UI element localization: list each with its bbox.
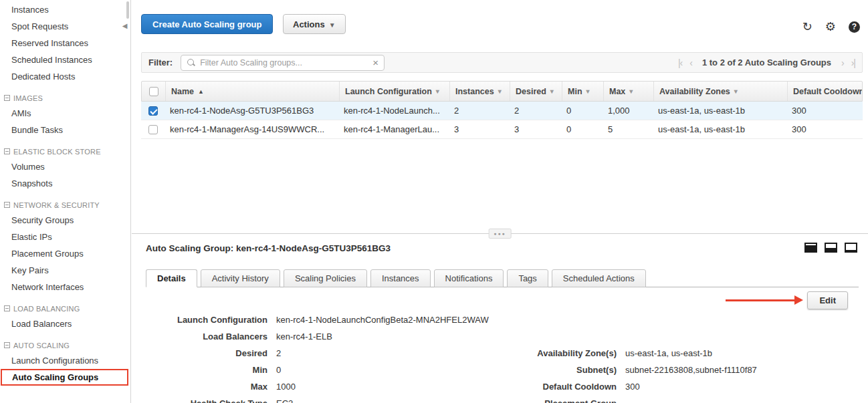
edit-button[interactable]: Edit [807,291,848,309]
sidebar-item[interactable]: Security Groups [0,212,130,229]
detail-tab[interactable]: Tags [507,269,548,287]
row-select-cell [141,102,165,120]
sidebar-item-label: AMIs [11,108,31,118]
first-page-icon[interactable]: |‹ [678,57,682,68]
last-page-icon[interactable]: ›| [851,57,855,68]
sidebar-item[interactable]: Elastic IPs [0,229,130,245]
sidebar-item-label: Security Groups [11,215,74,225]
sidebar-item[interactable]: Dedicated Hosts [0,68,130,85]
sidebar-item[interactable]: Auto Scaling Groups [1,369,128,386]
column-header-label: Launch Configuration [345,87,432,96]
sidebar-item[interactable]: IMAGES [0,91,130,105]
panel-layout-split-icon[interactable] [825,243,837,253]
pagination: |‹ ‹ 1 to 2 of 2 Auto Scaling Groups › ›… [678,57,855,68]
field-value: 0 [267,365,281,375]
column-header[interactable]: Default Cooldown [787,82,862,101]
sidebar-item[interactable]: Bundle Tasks [0,122,130,138]
sidebar-item[interactable]: Key Pairs [0,262,130,279]
pagination-text: 1 to 2 of 2 Auto Scaling Groups [702,57,831,68]
detail-tab[interactable]: Scaling Policies [284,269,367,287]
sidebar-item[interactable]: Launch Configurations [0,352,130,369]
create-auto-scaling-group-button[interactable]: Create Auto Scaling group [141,14,273,34]
sidebar-item[interactable]: Placement Groups [0,245,130,262]
splitter-drag-handle[interactable]: ●●● [488,229,512,239]
column-header[interactable]: Min ▾ [562,82,603,101]
detail-field-row: Launch Configuration ken-rc4-1-NodeLaunc… [146,311,489,328]
row-name-cell: ken-rc4-1-ManagerAsg-14US9WWCR... [165,124,338,134]
column-header[interactable]: Name ▲ [165,82,339,101]
sidebar-nav: Instances Spot Requests Reserved Instanc… [0,0,131,403]
detail-field-row: Min 0 [146,362,489,378]
row-max-cell: 5 [603,124,653,134]
column-header[interactable]: Launch Configuration ▾ [339,82,449,101]
row-launch-config-cell: ken-rc4-1-ManagerLau... [338,124,449,134]
column-header-label: Default Cooldown [793,87,862,96]
annotation-arrow [726,295,806,305]
actions-button[interactable]: Actions▼ [283,14,346,34]
select-all-checkbox[interactable] [149,87,158,96]
column-sort-icon: ▾ [586,88,590,95]
detail-tab[interactable]: Details [146,269,197,287]
sidebar-item-label: Placement Groups [11,249,84,259]
detail-field-row: Subnet(s) subnet-22163808,subnet-f1110f8… [515,362,757,378]
field-label: Load Balancers [146,331,267,342]
sidebar-item[interactable]: Scheduled Instances [0,51,130,68]
detail-field-row: Desired 2 [146,345,489,362]
detail-tab[interactable]: Notifications [434,269,504,287]
field-label: Subnet(s) [515,365,617,375]
sidebar-item[interactable]: Instances [0,1,130,18]
detail-tab[interactable]: Instances [370,269,431,287]
row-desired-cell: 3 [509,124,561,134]
sidebar-item-label: Instances [11,5,49,15]
filter-input[interactable] [200,58,372,68]
sidebar-item[interactable]: Volumes [0,158,130,175]
sidebar-item-label: NETWORK & SECURITY [13,201,100,209]
prev-page-icon[interactable]: ‹ [689,57,692,68]
row-azs-cell: us-east-1a, us-east-1b [653,124,786,134]
sidebar-item[interactable]: Spot Requests [0,18,130,35]
collapse-section-icon [4,305,10,311]
sidebar-item[interactable]: Network Interfaces [0,279,130,295]
row-checkbox[interactable] [148,106,158,116]
gear-icon[interactable]: ⚙ [825,21,836,33]
search-icon [187,58,195,67]
column-sort-icon: ▾ [629,88,633,95]
sidebar-item-label: Load Balancers [11,319,72,329]
field-value: subnet-22163808,subnet-f1110f87 [617,365,757,375]
sidebar-item[interactable]: Snapshots [0,175,130,192]
column-header[interactable]: Instances ▾ [449,82,510,101]
collapse-sidebar-icon[interactable]: ◀ [119,19,130,33]
panel-layout-full-icon[interactable] [804,243,817,253]
table-row[interactable]: ken-rc4-1-NodeAsg-G5TU3P561BG3 ken-rc4-1… [141,102,863,120]
sidebar-item[interactable]: NETWORK & SECURITY [0,198,130,212]
column-header[interactable]: Max ▾ [603,82,653,101]
panel-layout-hidden-icon[interactable] [845,243,857,253]
field-label: Default Cooldown [515,382,617,392]
column-header-label: Name [171,87,194,96]
column-header[interactable]: Availability Zones ▾ [653,82,787,101]
sidebar-scrollbar[interactable] [126,1,129,19]
detail-tab[interactable]: Scheduled Actions [552,269,646,287]
table-row[interactable]: ken-rc4-1-ManagerAsg-14US9WWCR... ken-rc… [141,120,863,139]
sidebar-item-label: Bundle Tasks [11,125,63,135]
sidebar-item[interactable]: LOAD BALANCING [0,301,130,315]
refresh-icon[interactable]: ↻ [802,21,812,33]
sidebar-item[interactable]: AUTO SCALING [0,338,130,352]
collapse-section-icon [4,202,10,208]
sidebar-item-label: Spot Requests [11,21,68,31]
collapse-section-icon [4,342,10,348]
sidebar-item[interactable]: AMIs [0,105,130,122]
field-label: Launch Configuration [146,315,267,325]
sidebar-item-label: AUTO SCALING [13,342,70,350]
clear-filter-icon[interactable]: × [372,57,378,68]
row-checkbox[interactable] [148,125,158,134]
help-icon[interactable]: ? [849,21,860,33]
sidebar-item-label: Key Pairs [11,265,49,275]
sidebar-item[interactable]: Load Balancers [0,315,130,332]
detail-tab[interactable]: Activity History [201,269,280,287]
main-panel: Create Auto Scaling group Actions▼ ↻ ⚙ ?… [132,0,868,403]
sidebar-item[interactable]: Reserved Instances [0,35,130,51]
next-page-icon[interactable]: › [841,57,844,68]
sidebar-item[interactable]: ELASTIC BLOCK STORE [0,144,130,158]
column-header[interactable]: Desired ▾ [510,82,562,101]
